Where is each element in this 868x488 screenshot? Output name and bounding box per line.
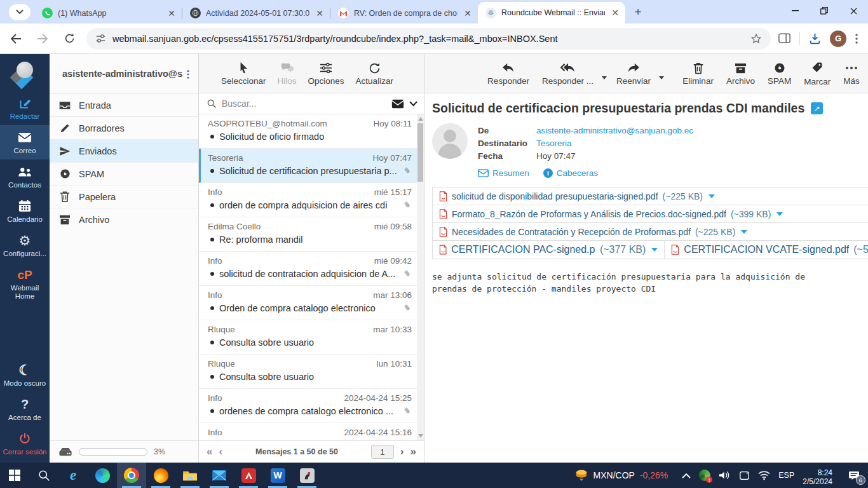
nav-webmail-home[interactable]: cP Webmail Home [0, 262, 50, 305]
folder-sent[interactable]: Enviados [50, 139, 198, 162]
taskbar-edge-button[interactable] [88, 463, 117, 488]
forward-button[interactable]: Reenviar [612, 58, 655, 88]
omnibox[interactable]: webmail.sanjuan.gob.ec/cpsess4155175751/… [86, 28, 771, 50]
tab-roundcube-active[interactable]: Roundcube Webmail :: Enviados ✕ [478, 2, 625, 24]
attachment-item[interactable]: solicitud de disponibilidad presupuestar… [433, 187, 868, 205]
nav-calendar[interactable]: Calendario [0, 194, 50, 228]
open-in-new-window-icon[interactable]: ↗ [811, 102, 823, 114]
folder-archive[interactable]: Archivo [50, 208, 198, 231]
prev-page-button[interactable]: ‹ [219, 445, 222, 458]
nav-contacts[interactable]: Contactos [0, 159, 50, 194]
message-row[interactable]: Info2024-04-24 15:16 [199, 423, 417, 440]
tab-close-icon[interactable]: ✕ [315, 8, 325, 18]
folder-inbox[interactable]: Entrada [50, 93, 198, 116]
tab-actividad[interactable]: Actividad 2024-05-01 07:30:00 ✕ [182, 3, 330, 24]
reply-all-button[interactable]: Responder ... [538, 58, 598, 88]
profile-avatar[interactable]: G [830, 30, 846, 47]
summary-link[interactable]: Resumen [478, 168, 529, 178]
attachment-item[interactable]: Formato_8_Razón de Proformas y Análisis … [433, 205, 868, 223]
nav-about[interactable]: ? Acerca de [0, 392, 50, 426]
page-number-input[interactable] [371, 445, 394, 459]
message-row[interactable]: ASOPROTEBU_@hotmail.comHoy 08:11 Solicit… [199, 114, 417, 149]
bookmark-star-icon[interactable] [750, 33, 762, 44]
message-row[interactable]: Infomié 09:42 solicitud de contratacion … [199, 252, 417, 286]
options-button[interactable]: Opciones [304, 58, 349, 88]
from-address-link[interactable]: asistente-administrativo@sanjuan.gob.ec [536, 126, 693, 135]
tab-close-icon[interactable]: ✕ [610, 8, 620, 18]
reply-menu-caret-icon[interactable] [602, 76, 607, 79]
wifi-icon[interactable] [758, 471, 770, 480]
site-settings-icon[interactable] [95, 33, 106, 44]
select-button[interactable]: Seleccionar [217, 58, 271, 88]
browser-menu-icon[interactable] [855, 34, 858, 44]
delete-button[interactable]: Eliminar [678, 58, 718, 88]
folder-menu-icon[interactable]: ⋮ [183, 68, 193, 80]
scroll-down-icon[interactable] [418, 434, 423, 438]
forward-button[interactable] [32, 28, 53, 50]
refresh-button[interactable]: Actualizar [351, 58, 398, 88]
attachment-name[interactable]: CERTIFICACION VCATE-signed.pdf [684, 244, 849, 255]
close-button[interactable] [839, 0, 868, 22]
search-scope-mail-icon[interactable] [391, 99, 404, 109]
url-text[interactable]: webmail.sanjuan.gob.ec/cpsess4155175751/… [112, 34, 744, 44]
list-scrollbar[interactable] [417, 114, 424, 440]
last-page-button[interactable]: » [410, 445, 416, 458]
attachment-name[interactable]: solicitud de disponibilidad presupuestar… [452, 191, 658, 201]
attachment-name[interactable]: CERTIFICACION PAC-signed.pdf [451, 244, 595, 255]
folder-spam[interactable]: SPAM [50, 162, 198, 185]
action-center-button[interactable]: 6 [840, 463, 868, 488]
nav-settings[interactable]: ⚙ Configuraci... [0, 228, 50, 262]
attachment-item[interactable]: CERTIFICACION PAC-signed.pdf (~377 KB) [433, 241, 665, 259]
folder-trash[interactable]: Papelera [50, 185, 198, 208]
taskbar-search-button[interactable] [29, 463, 58, 488]
scrollbar-thumb[interactable] [417, 123, 423, 182]
tab-gmail[interactable]: RV: Orden de compra de chom ✕ [330, 3, 478, 24]
tab-close-icon[interactable]: ✕ [463, 8, 473, 18]
antivirus-icon[interactable]: ! [699, 470, 710, 481]
tray-chevron-up-icon[interactable] [682, 473, 691, 478]
first-page-button[interactable]: « [207, 445, 212, 458]
mark-button[interactable]: Marcar [799, 58, 835, 89]
message-row[interactable]: Rluquelun 10:31 Consulta sobre usuario [199, 355, 417, 389]
taskbar-java-button[interactable] [292, 463, 322, 488]
reply-button[interactable]: Responder [483, 58, 534, 88]
attachment-item[interactable]: Necesidades de Contratación y Recepción … [433, 223, 868, 241]
taskbar-explorer-button[interactable] [175, 463, 205, 488]
taskbar-acrobat-button[interactable] [234, 463, 263, 488]
minimize-button[interactable] [780, 0, 810, 22]
search-input[interactable] [222, 98, 386, 109]
volume-icon[interactable] [719, 470, 731, 480]
stock-ticker[interactable]: MXN/COP -0,26% [568, 463, 675, 488]
taskbar-word-button[interactable]: W [263, 463, 292, 488]
attachment-name[interactable]: Necesidades de Contratación y Recepción … [452, 227, 691, 237]
clock[interactable]: 8:24 2/5/2024 [803, 465, 832, 486]
message-row[interactable]: Infomié 15:17 orden de compra adquisicio… [199, 183, 417, 217]
attachment-item[interactable]: CERTIFICACION VCATE-signed.pdf (~555 KB) [665, 241, 868, 259]
message-row[interactable]: Rluquemar 10:33 Consulta sobre usuario [199, 320, 417, 355]
tab-search-button[interactable] [9, 4, 31, 20]
start-button[interactable] [0, 463, 29, 488]
tablet-mode-icon[interactable] [739, 471, 750, 480]
attachment-name[interactable]: Formato_8_Razón de Proformas y Análisis … [452, 209, 726, 219]
language-indicator[interactable]: ESP [778, 471, 794, 480]
taskbar-ie-button[interactable]: e [58, 463, 88, 488]
nav-dark-mode[interactable]: ☾ Modo oscuro [0, 358, 50, 392]
tab-close-icon[interactable]: ✕ [166, 8, 177, 18]
reload-button[interactable] [58, 28, 80, 50]
nav-compose[interactable]: Redactar [0, 91, 50, 125]
new-tab-button[interactable]: + [629, 3, 647, 21]
archive-button[interactable]: Archivo [722, 58, 759, 88]
tab-whatsapp[interactable]: (1) WhatsApp ✕ [34, 3, 182, 24]
side-panel-icon[interactable] [778, 33, 790, 44]
taskbar-firefox-button[interactable] [146, 463, 175, 488]
folder-drafts[interactable]: Borradores [50, 116, 198, 139]
attachment-menu-caret-icon[interactable] [709, 194, 715, 198]
message-row-selected[interactable]: TesoreriaHoy 07:47 Solicitud de certific… [199, 149, 417, 183]
message-row[interactable]: Edilma Coellomié 09:58 Re: proforma mand… [199, 217, 417, 252]
search-options-chevron-icon[interactable] [409, 101, 417, 107]
headers-link[interactable]: i Cabeceras [543, 168, 598, 178]
message-row[interactable]: Info2024-04-24 15:25 ordenes de compra c… [199, 389, 417, 423]
threads-button[interactable]: Hilos [273, 58, 301, 88]
attachment-menu-caret-icon[interactable] [741, 230, 747, 234]
message-row[interactable]: Infomar 13:06 Orden de compra catalogo e… [199, 286, 417, 320]
